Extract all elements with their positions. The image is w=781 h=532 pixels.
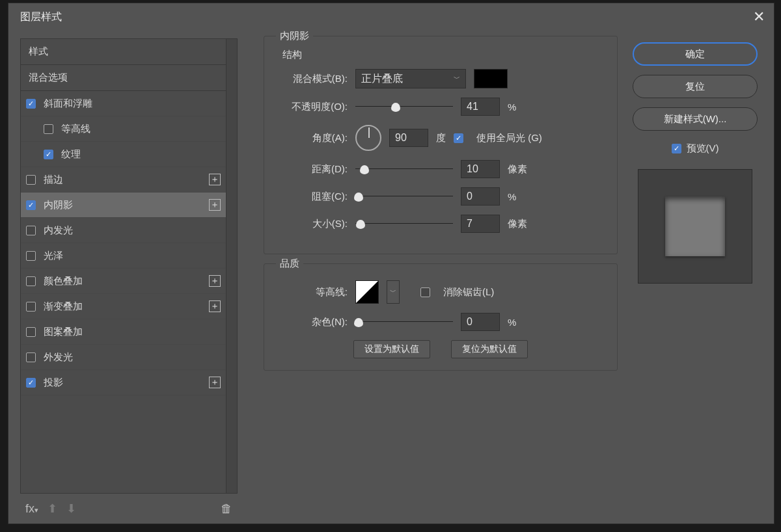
- style-label: 描边: [44, 174, 209, 186]
- angle-field[interactable]: 90: [389, 129, 428, 147]
- styles-header[interactable]: 样式: [21, 39, 226, 65]
- right-panel: 确定 复位 新建样式(W)... 预览(V): [629, 31, 774, 524]
- style-label: 斜面和浮雕: [44, 98, 221, 110]
- style-row[interactable]: 图案叠加: [21, 319, 226, 345]
- style-checkbox[interactable]: [26, 302, 36, 312]
- dialog-body: 样式 混合选项 斜面和浮雕等高线纹理描边＋内阴影＋内发光光泽颜色叠加＋渐变叠加＋…: [8, 31, 774, 524]
- style-label: 内阴影: [44, 199, 209, 211]
- blend-mode-label: 混合模式(B):: [276, 73, 348, 85]
- style-row[interactable]: 内阴影＋: [21, 193, 226, 218]
- shadow-color-swatch[interactable]: [474, 69, 508, 88]
- chevron-down-icon: ﹀: [454, 74, 460, 83]
- size-field[interactable]: 7: [461, 215, 500, 233]
- plus-icon[interactable]: ＋: [209, 300, 221, 312]
- style-checkbox[interactable]: [26, 327, 36, 337]
- opacity-field[interactable]: 41: [461, 98, 500, 116]
- cancel-button[interactable]: 复位: [633, 75, 758, 98]
- ok-button[interactable]: 确定: [633, 42, 758, 66]
- dialog-title: 图层样式: [20, 10, 62, 24]
- style-row[interactable]: 投影＋: [21, 370, 226, 395]
- distance-label: 距离(D):: [276, 163, 348, 176]
- opacity-unit: %: [508, 101, 516, 113]
- settings-panel: 内阴影 结构 混合模式(B): 正片叠底 ﹀ 不透明度(O): 41 %: [243, 31, 629, 524]
- global-light-label: 使用全局光 (G): [476, 132, 542, 144]
- plus-icon[interactable]: ＋: [209, 275, 221, 287]
- style-checkbox[interactable]: [26, 175, 36, 185]
- angle-label: 角度(A):: [276, 132, 348, 144]
- structure-legend: 结构: [282, 49, 605, 61]
- antialias-checkbox[interactable]: [420, 287, 430, 297]
- style-checkbox[interactable]: [26, 352, 36, 362]
- style-row[interactable]: 外发光: [21, 345, 226, 370]
- noise-slider[interactable]: [355, 315, 453, 328]
- distance-field[interactable]: 10: [461, 160, 500, 178]
- plus-icon[interactable]: ＋: [209, 377, 221, 388]
- panel-title: 内阴影: [276, 30, 313, 42]
- trash-icon[interactable]: 🗑: [221, 502, 232, 516]
- preview-inner: [665, 196, 725, 256]
- quality-legend: 品质: [276, 258, 303, 270]
- set-default-button[interactable]: 设置为默认值: [353, 340, 430, 358]
- contour-picker[interactable]: [355, 280, 379, 304]
- angle-unit: 度: [436, 132, 446, 144]
- titlebar: 图层样式 ✕: [8, 3, 774, 31]
- size-unit: 像素: [508, 218, 527, 230]
- style-label: 图案叠加: [44, 326, 221, 338]
- opacity-slider[interactable]: [355, 100, 453, 113]
- style-label: 内发光: [44, 224, 221, 237]
- choke-slider[interactable]: [355, 190, 453, 203]
- style-label: 纹理: [61, 148, 221, 161]
- reset-default-button[interactable]: 复位为默认值: [451, 340, 528, 358]
- style-checkbox[interactable]: [26, 378, 36, 388]
- angle-dial[interactable]: [355, 125, 381, 151]
- style-checkbox[interactable]: [26, 99, 36, 109]
- noise-unit: %: [508, 317, 516, 328]
- fx-icon[interactable]: fx▾: [25, 502, 38, 516]
- global-light-checkbox[interactable]: [454, 133, 463, 143]
- preview-checkbox[interactable]: [672, 144, 681, 153]
- choke-field[interactable]: 0: [461, 187, 500, 206]
- arrow-down-icon[interactable]: ⬇: [66, 501, 76, 516]
- choke-label: 阻塞(C):: [276, 191, 348, 203]
- plus-icon[interactable]: ＋: [209, 174, 221, 185]
- antialias-label: 消除锯齿(L): [443, 286, 494, 299]
- size-slider[interactable]: [355, 217, 453, 230]
- style-label: 等高线: [61, 123, 221, 135]
- style-checkbox[interactable]: [26, 200, 36, 210]
- style-row[interactable]: 斜面和浮雕: [21, 91, 226, 116]
- opacity-label: 不透明度(O):: [276, 101, 348, 113]
- style-checkbox[interactable]: [44, 150, 53, 159]
- contour-dropdown[interactable]: ﹀: [387, 280, 400, 304]
- styles-scrollbar[interactable]: [226, 38, 238, 494]
- style-row[interactable]: 描边＋: [21, 167, 226, 193]
- layer-style-dialog: 图层样式 ✕ 样式 混合选项 斜面和浮雕等高线纹理描边＋内阴影＋内发光光泽颜色叠…: [8, 3, 774, 524]
- left-panel: 样式 混合选项 斜面和浮雕等高线纹理描边＋内阴影＋内发光光泽颜色叠加＋渐变叠加＋…: [8, 31, 243, 524]
- style-checkbox[interactable]: [26, 251, 36, 261]
- style-label: 投影: [44, 377, 209, 389]
- blend-options-header[interactable]: 混合选项: [21, 65, 226, 91]
- style-label: 渐变叠加: [44, 300, 209, 313]
- plus-icon[interactable]: ＋: [209, 199, 221, 211]
- style-checkbox[interactable]: [44, 124, 53, 134]
- style-row[interactable]: 光泽: [21, 243, 226, 269]
- style-label: 外发光: [44, 351, 221, 364]
- blend-mode-select[interactable]: 正片叠底 ﹀: [355, 69, 466, 88]
- style-row[interactable]: 等高线: [21, 116, 226, 142]
- contour-label: 等高线:: [276, 286, 348, 299]
- close-icon[interactable]: ✕: [753, 8, 765, 25]
- style-checkbox[interactable]: [26, 226, 36, 235]
- noise-label: 杂色(N):: [276, 316, 348, 328]
- style-row[interactable]: 纹理: [21, 142, 226, 167]
- quality-box: 品质 等高线: ﹀ 消除锯齿(L) 杂色(N): 0 % 设置为默认值: [264, 263, 618, 371]
- style-row[interactable]: 内发光: [21, 218, 226, 243]
- noise-field[interactable]: 0: [461, 313, 500, 331]
- style-row[interactable]: 渐变叠加＋: [21, 294, 226, 319]
- arrow-up-icon[interactable]: ⬆: [48, 501, 57, 516]
- style-checkbox[interactable]: [26, 276, 36, 286]
- preview-box: [638, 169, 752, 284]
- distance-slider[interactable]: [355, 163, 453, 176]
- distance-unit: 像素: [508, 163, 527, 176]
- style-label: 颜色叠加: [44, 275, 209, 287]
- style-row[interactable]: 颜色叠加＋: [21, 269, 226, 294]
- new-style-button[interactable]: 新建样式(W)...: [633, 107, 758, 131]
